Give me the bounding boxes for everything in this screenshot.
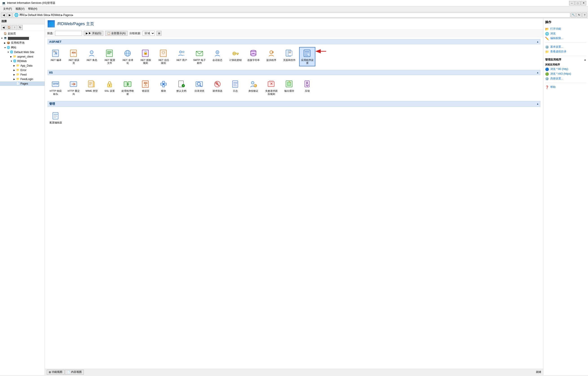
- action-open-feature[interactable]: 📂 打开功能: [545, 27, 586, 31]
- tree-item-appdata[interactable]: ▶ 📁 App_Data: [0, 63, 45, 68]
- icon-request-filter[interactable]: 请求筛选: [209, 78, 225, 97]
- tree-item-start[interactable]: 🏠 起始页: [0, 31, 45, 36]
- icon-compress[interactable]: 压缩: [299, 78, 315, 97]
- tree-item-server[interactable]: ▼ 💻 ████████████: [0, 36, 45, 41]
- conn-up-btn[interactable]: ↑: [12, 25, 17, 30]
- icon-failed-req[interactable]: ✕ 失败请求跟踪规则: [263, 78, 279, 97]
- output-cache-icon: [285, 80, 294, 88]
- filter-start-button[interactable]: ▶ ▶ 开始(G): [84, 31, 103, 36]
- breadcrumb-rdweb[interactable]: RDWeb: [51, 13, 60, 17]
- aspnet-section-title: ASP.NET: [49, 40, 62, 44]
- menu-view[interactable]: 视图(V): [14, 7, 26, 11]
- management-icons-grid: 配置编辑器: [48, 109, 540, 127]
- pages-controls-label: 页面和控件: [283, 59, 295, 62]
- icon-net-authz[interactable]: 🔒 .NET 授权规则: [137, 47, 154, 66]
- iis-collapse-btn[interactable]: ▲: [536, 71, 539, 74]
- failed-req-label: 失败请求跟踪规则: [265, 89, 278, 95]
- icon-pages-controls[interactable]: 页面和控件: [281, 47, 297, 66]
- action-advanced-settings[interactable]: ⚙️ 高级设置...: [545, 76, 586, 81]
- tree-item-sites[interactable]: ▼ 🌐 网站: [0, 45, 45, 50]
- icon-net-role[interactable]: .NET 角色: [84, 47, 100, 66]
- icon-auth[interactable]: 🔑 身份验证: [245, 78, 262, 97]
- smtp-label: SMTP 电子邮件: [193, 59, 206, 65]
- tree-item-apppool[interactable]: ▶ 📦 应用程序池: [0, 41, 45, 45]
- net-config-icon: [105, 49, 114, 58]
- iis-section-header[interactable]: IIS ▲: [48, 70, 540, 75]
- view-mode-button[interactable]: ⊞: [157, 31, 161, 36]
- icon-session[interactable]: S 会话状态: [209, 47, 225, 66]
- icon-config-editor[interactable]: 配置编辑器: [48, 110, 64, 126]
- menu-file[interactable]: 文件(F): [1, 7, 14, 11]
- tree-item-rdweb[interactable]: ▼ 🌐 RDWeb: [0, 59, 45, 63]
- svg-marker-49: [93, 81, 94, 87]
- icon-logging[interactable]: 日志: [227, 78, 243, 97]
- conn-refresh-btn[interactable]: ↻: [18, 25, 23, 30]
- help-button[interactable]: ?: [582, 13, 587, 18]
- close-button[interactable]: ✕: [581, 1, 586, 5]
- refresh-tools-button[interactable]: 🔧: [571, 13, 576, 18]
- icon-modules[interactable]: 模块: [155, 78, 172, 97]
- back-button[interactable]: ◀: [1, 13, 6, 18]
- conn-back-btn[interactable]: ◀: [1, 25, 6, 30]
- icon-net-trust[interactable]: 🛡 .NET 信任级别: [155, 47, 172, 66]
- sites-icon: 🌐: [7, 46, 10, 49]
- action-view-vdir[interactable]: 📁 查看虚拟目录: [545, 49, 586, 54]
- menu-help[interactable]: 帮助(H): [26, 7, 39, 11]
- icon-default-doc[interactable]: ✓ 默认文档: [173, 78, 189, 97]
- icon-net-compile[interactable]: .N .NET 编译: [48, 47, 64, 66]
- right-panel-title: 操作: [545, 20, 586, 24]
- icon-http-redirect[interactable]: HTTP 重定向: [66, 78, 82, 97]
- icon-machine-key[interactable]: 计算机密钥: [227, 47, 243, 66]
- conn-home-btn[interactable]: 🏠: [7, 25, 11, 30]
- action-browse-http[interactable]: 🔵 浏览 *:80 (http): [545, 67, 586, 72]
- icon-connection-string[interactable]: ab 连接字符串: [245, 47, 262, 66]
- forward-button[interactable]: ▶: [7, 13, 12, 18]
- icon-ssl[interactable]: SSL 设置: [102, 78, 118, 97]
- minimize-button[interactable]: ─: [569, 1, 575, 5]
- icon-handler[interactable]: 处理程序映射: [119, 78, 136, 97]
- aspnet-collapse-btn[interactable]: ▲: [536, 41, 539, 43]
- tree-item-feedlogin[interactable]: ▶ 📁 FeedLogin: [0, 77, 45, 81]
- error-icon: 📁: [16, 68, 20, 72]
- groupby-select[interactable]: 区域: [143, 31, 155, 36]
- error-pages-label: 错误页: [142, 89, 149, 92]
- breadcrumb-sites[interactable]: 网站: [20, 13, 25, 17]
- icon-provider[interactable]: 提供程序: [263, 47, 279, 66]
- management-collapse-btn[interactable]: ▲: [536, 102, 539, 105]
- content-view-button[interactable]: 📄 内容视图: [65, 370, 84, 375]
- icon-error-pages[interactable]: 404 ⚠ 错误页: [137, 78, 154, 97]
- tree-item-defaultweb[interactable]: ▼ 🌐 Default Web Site: [0, 50, 45, 55]
- icon-net-config[interactable]: .NET 配置文件: [102, 47, 118, 66]
- icon-dir-browse[interactable]: 目录浏览: [191, 78, 208, 97]
- tree-item-error[interactable]: ▶ 📁 Error: [0, 68, 45, 72]
- action-browse[interactable]: 🌐 浏览: [545, 31, 586, 36]
- action-basic-settings[interactable]: ⚙️ 基本设置...: [545, 44, 586, 49]
- aspnet-section-header[interactable]: ASP.NET ▲: [48, 39, 540, 44]
- management-section-header[interactable]: 管理 ▲: [48, 101, 540, 107]
- icon-smtp[interactable]: SMTP 电子邮件: [191, 47, 208, 66]
- manage-app-collapse[interactable]: ▲: [584, 58, 586, 61]
- icon-net-users[interactable]: .NET 用户: [173, 47, 189, 66]
- filter-showall-button[interactable]: 📋 全部显示(A): [105, 31, 127, 36]
- functional-view-button[interactable]: ⊞ 功能视图: [47, 370, 64, 375]
- icon-net-error[interactable]: 404 ! .NET 错误页: [66, 47, 82, 66]
- tree-item-pages[interactable]: 📄 Pages: [0, 81, 45, 86]
- tree-item-aspnet[interactable]: ▶ 📁 aspnet_client: [0, 55, 45, 59]
- action-edit-perms[interactable]: ✏️ 编辑权限...: [545, 36, 586, 41]
- maximize-button[interactable]: □: [575, 1, 580, 5]
- breadcrumb-pages[interactable]: Pages: [63, 13, 71, 17]
- tree-item-feed[interactable]: ▶ 📁 Feed: [0, 72, 45, 77]
- icon-output-cache[interactable]: 输出缓存: [281, 78, 297, 97]
- breadcrumb-defaultweb[interactable]: Default Web Site: [28, 13, 48, 17]
- icon-http-response[interactable]: HTTP HTTP 响应标头: [48, 78, 64, 97]
- compress-label: 压缩: [305, 89, 310, 92]
- icon-net-global[interactable]: .NET 全球化: [119, 47, 136, 66]
- icon-mime[interactable]: MIME 类型: [84, 78, 100, 97]
- filter-input[interactable]: [55, 31, 82, 36]
- tree-arrow-sites: ▼: [4, 46, 7, 49]
- action-help[interactable]: ❓ 帮助: [545, 85, 586, 89]
- icon-app-settings[interactable]: 应用程序设置: [299, 47, 315, 66]
- manage-app-title: 管理应用程序 ▲: [545, 58, 586, 62]
- action-browse-https[interactable]: 🟢 浏览 *:443 (https): [545, 72, 586, 76]
- refresh-button[interactable]: ↻: [577, 13, 581, 18]
